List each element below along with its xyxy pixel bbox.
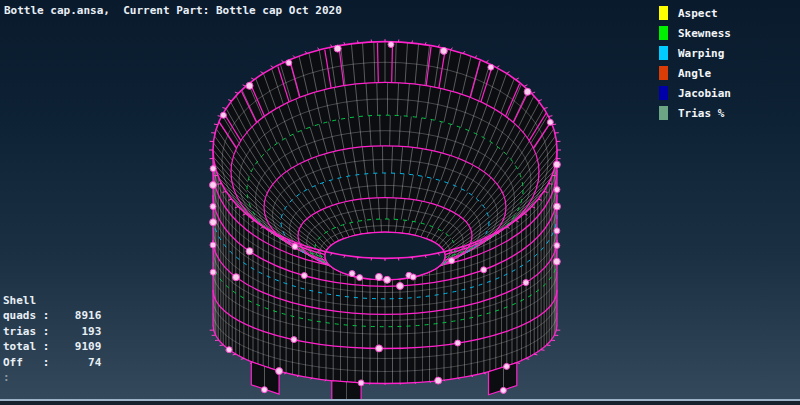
legend-item-angle[interactable]: Angle — [659, 63, 731, 83]
stats-label: quads : — [3, 308, 49, 324]
window-bottom-edge — [0, 401, 800, 405]
legend-item-warping[interactable]: Warping — [659, 43, 731, 63]
stats-label: trias : — [3, 324, 49, 340]
legend-item-trias[interactable]: Trias % — [659, 103, 731, 123]
shell-statistics-panel: Shell quads : 8916 trias : 193 total : 9… — [3, 293, 101, 385]
stats-title: Shell — [3, 293, 101, 308]
legend-color-swatch — [659, 106, 668, 120]
stats-value: 193 — [49, 324, 101, 340]
legend-color-swatch — [659, 86, 668, 100]
legend-color-swatch — [659, 66, 668, 80]
legend-label: Angle — [678, 67, 711, 80]
legend-item-jacobian[interactable]: Jacobian — [659, 83, 731, 103]
legend-label: Trias % — [678, 107, 724, 120]
legend-item-aspect[interactable]: Aspect — [659, 3, 731, 23]
window-title: Bottle cap.ansa, Current Part: Bottle ca… — [4, 4, 342, 17]
ansa-window: Bottle cap.ansa, Current Part: Bottle ca… — [0, 0, 800, 405]
legend-item-skewness[interactable]: Skewness — [659, 23, 731, 43]
stats-value: 74 — [49, 355, 101, 371]
stats-label: total : — [3, 339, 49, 355]
stats-value: 9109 — [49, 339, 101, 355]
legend-color-swatch — [659, 26, 668, 40]
stats-row-off: Off : 74 — [3, 355, 101, 371]
stats-row-trias: trias : 193 — [3, 324, 101, 340]
legend-label: Skewness — [678, 27, 731, 40]
stats-label: Off : — [3, 355, 49, 371]
legend-label: Jacobian — [678, 87, 731, 100]
legend-label: Aspect — [678, 7, 718, 20]
stats-row-total: total : 9109 — [3, 339, 101, 355]
quality-criteria-legend: Aspect Skewness Warping Angle Jacobian T… — [659, 3, 731, 123]
stats-value: 8916 — [49, 308, 101, 324]
legend-color-swatch — [659, 46, 668, 60]
stats-row-quads: quads : 8916 — [3, 308, 101, 324]
legend-label: Warping — [678, 47, 724, 60]
legend-color-swatch — [659, 6, 668, 20]
command-prompt[interactable]: : — [3, 370, 101, 385]
